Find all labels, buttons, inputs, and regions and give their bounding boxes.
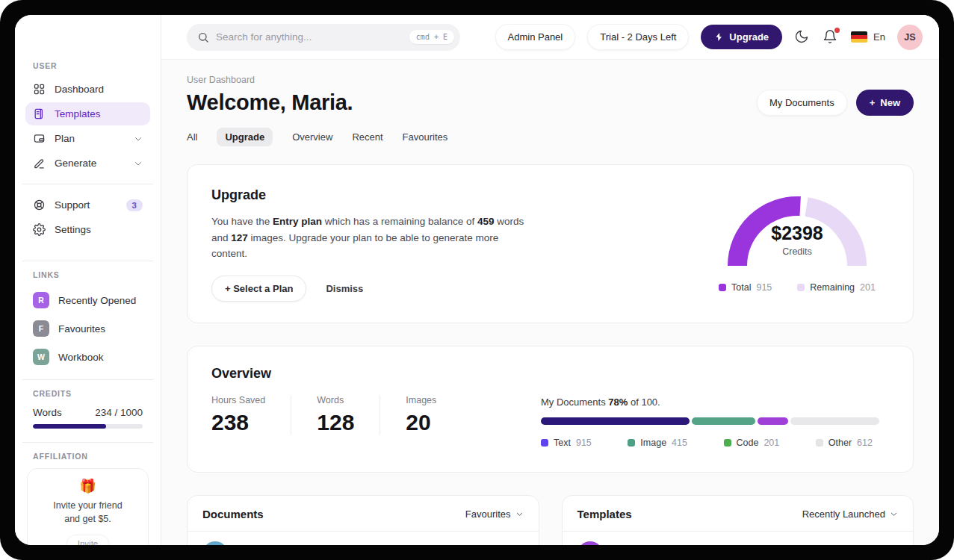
tab-all[interactable]: All	[187, 128, 197, 146]
topbar-actions: Admin Panel Trial - 2 Days Left Upgrade	[495, 24, 923, 50]
tab-favourites[interactable]: Favourites	[403, 128, 448, 146]
invite-button[interactable]: Invite	[66, 535, 110, 545]
sidebar-link-label: Favourites	[58, 323, 105, 335]
words-progress-track	[33, 424, 143, 429]
device-frame: USER Dashboard Templates Plan Generate S…	[0, 0, 954, 560]
credits-donut: $2398 Credits	[715, 187, 879, 275]
search-shortcut-badge: cmd + E	[409, 30, 454, 44]
documents-filter-dropdown[interactable]: Favourites	[465, 508, 524, 520]
topbar: cmd + E Admin Panel Trial - 2 Days Left …	[161, 15, 939, 60]
sidebar-item-dashboard[interactable]: Dashboard	[25, 78, 150, 101]
support-lifebuoy-icon	[33, 199, 46, 211]
legend-item-image: Image 415	[628, 438, 687, 448]
sidebar-item-settings[interactable]: Settings	[25, 218, 150, 241]
legend-item-remaining: Remaining 201	[797, 282, 876, 293]
tab-upgrade[interactable]: Upgrade	[217, 128, 273, 146]
credits-words-label: Words	[33, 407, 62, 418]
legend-value: 612	[857, 438, 873, 448]
search-bar[interactable]: cmd + E	[187, 24, 460, 51]
affiliation-card: 🎁 Invite your friend and get $5. Invite	[27, 468, 149, 545]
body-text: You have the	[211, 216, 273, 227]
new-button-label: New	[880, 97, 900, 108]
documents-card: Documents Favourites Untitled Document i…	[187, 495, 539, 545]
legend-label: Text	[554, 438, 571, 448]
link-initial-badge: F	[33, 320, 49, 337]
sidebar-link-label: Workbook	[58, 352, 104, 363]
gauge-legend: Total 915 Remaining 201	[711, 282, 883, 293]
bar-segment-text	[541, 417, 690, 425]
chevron-down-icon	[134, 159, 143, 168]
dashboard-grid-icon	[33, 83, 46, 96]
sidebar-item-templates[interactable]: Templates	[25, 102, 150, 125]
select-plan-button[interactable]: + Select a Plan	[211, 276, 306, 302]
user-avatar[interactable]: JS	[897, 25, 923, 50]
notifications-button[interactable]	[823, 29, 839, 46]
credits-section-label: CREDITS	[33, 389, 150, 398]
templates-filter-dropdown[interactable]: Recently Launched	[802, 508, 898, 520]
words-balance: 459	[477, 216, 495, 227]
templates-document-icon	[33, 108, 46, 120]
dark-mode-toggle[interactable]	[794, 29, 811, 46]
legend-item-other: Other 612	[816, 438, 873, 448]
generate-pencil-icon	[33, 157, 46, 169]
upgrade-card: Upgrade You have the Entry plan which ha…	[187, 164, 914, 323]
sidebar-link-workbook[interactable]: W Workbook	[25, 343, 150, 370]
legend-value: 415	[672, 438, 687, 448]
overview-card-title: Overview	[211, 366, 883, 382]
sidebar-item-plan[interactable]: Plan	[25, 127, 150, 150]
main-area: User Dashboard Welcome, Maria. My Docume…	[161, 60, 939, 545]
upgrade-card-left: Upgrade You have the Entry plan which ha…	[211, 187, 533, 302]
document-list-item[interactable]: Untitled Document in Workbook	[188, 532, 539, 545]
stat-label: Images	[406, 395, 436, 405]
legend-label: Total	[731, 282, 751, 293]
bottom-cards-row: Documents Favourites Untitled Document i…	[187, 495, 914, 545]
sidebar-item-label: Dashboard	[55, 84, 104, 95]
bar-segment-code	[758, 417, 788, 425]
templates-card-header: Templates Recently Launched	[563, 496, 914, 532]
usage-percent: 78%	[608, 396, 628, 408]
trial-days-left-button[interactable]: Trial - 2 Days Left	[587, 24, 689, 50]
documents-card-title: Documents	[202, 508, 264, 520]
sidebar-item-support[interactable]: Support 3	[25, 193, 150, 217]
language-label: En	[873, 31, 885, 43]
upgrade-card-actions: + Select a Plan Dismiss	[211, 276, 533, 302]
sidebar-link-favourites[interactable]: F Favourites	[25, 315, 150, 342]
overview-row: Hours Saved 238 Words 128 Images 20	[211, 395, 883, 448]
dismiss-button[interactable]: Dismiss	[326, 283, 363, 294]
sidebar-item-label: Support	[55, 199, 117, 211]
documents-card-header: Documents Favourites	[188, 496, 539, 532]
overview-stats: Hours Saved 238 Words 128 Images 20	[211, 395, 436, 435]
template-list-item[interactable]: Blog Post Title in Workbook	[563, 532, 914, 545]
stacked-bar-legend: Text 915 Image 415 Code 20	[541, 438, 883, 448]
images-balance: 127	[231, 232, 248, 243]
plan-name: Entry plan	[273, 216, 322, 227]
page-header-row: Welcome, Maria. My Documents + New	[187, 90, 914, 116]
sidebar-link-recently-opened[interactable]: R Recently Opened	[25, 287, 150, 314]
new-button[interactable]: + New	[856, 90, 914, 116]
lightning-bolt-icon	[714, 32, 724, 42]
credits-caption: Credits	[715, 246, 879, 257]
content-column: cmd + E Admin Panel Trial - 2 Days Left …	[161, 15, 939, 545]
overview-card: Overview Hours Saved 238 Words 128	[187, 346, 914, 473]
admin-panel-button[interactable]: Admin Panel	[495, 24, 576, 50]
language-selector[interactable]: En	[851, 31, 885, 43]
plus-icon: +	[870, 97, 876, 108]
search-input[interactable]	[216, 31, 403, 43]
bar-segment-other	[790, 417, 879, 425]
tab-recent[interactable]: Recent	[352, 128, 382, 146]
template-avatar	[577, 541, 603, 545]
templates-card: Templates Recently Launched Blog Post Ti…	[562, 495, 914, 545]
app-window: USER Dashboard Templates Plan Generate S…	[15, 15, 939, 545]
stat-divider	[291, 396, 291, 435]
sidebar-item-generate[interactable]: Generate	[25, 152, 150, 175]
my-documents-button[interactable]: My Documents	[757, 90, 847, 116]
sidebar-item-label: Settings	[55, 224, 91, 235]
sidebar-item-label: Plan	[55, 133, 125, 144]
body-text: images. Upgrade your plan to be able to …	[211, 232, 498, 260]
templates-filter-label: Recently Launched	[802, 508, 885, 520]
tab-overview[interactable]: Overview	[292, 128, 332, 146]
body-text: which has a remaining balance of	[322, 216, 477, 227]
sidebar-item-label: Generate	[55, 158, 125, 169]
german-flag-icon	[851, 31, 867, 43]
upgrade-button[interactable]: Upgrade	[701, 25, 782, 49]
